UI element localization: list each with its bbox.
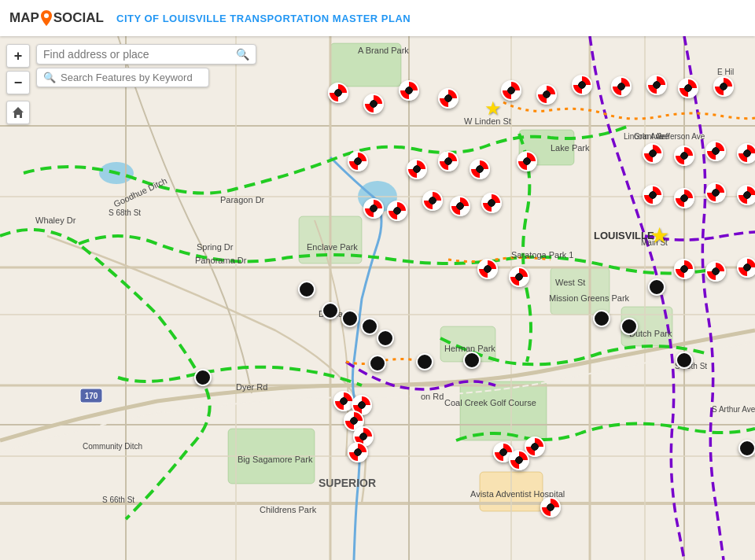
logo-map: MAP xyxy=(9,10,39,26)
marker-lifering-11[interactable] xyxy=(713,76,734,97)
marker-lifering-6[interactable] xyxy=(536,84,557,105)
marker-lifering-30[interactable] xyxy=(477,259,498,279)
page-title: CITY OF LOUISVILLE TRANSPORTATION MASTER… xyxy=(116,13,411,24)
marker-black-13[interactable] xyxy=(676,352,693,369)
marker-lifering-42[interactable] xyxy=(509,450,529,470)
marker-lifering-28[interactable] xyxy=(705,182,726,203)
marker-lifering-21[interactable] xyxy=(363,198,384,219)
marker-lifering-26[interactable] xyxy=(643,185,663,205)
logo: MAP SOCIAL xyxy=(9,10,104,26)
marker-lifering-2[interactable] xyxy=(363,94,384,114)
marker-black-4[interactable] xyxy=(341,310,359,327)
marker-lifering-7[interactable] xyxy=(572,75,592,95)
svg-text:170: 170 xyxy=(85,392,98,400)
keyword-search-input[interactable] xyxy=(61,72,202,83)
marker-black-11[interactable] xyxy=(621,318,638,335)
marker-lifering-23[interactable] xyxy=(422,190,443,211)
marker-black-8[interactable] xyxy=(416,353,433,370)
logo-social: SOCIAL xyxy=(53,10,104,26)
marker-lifering-14[interactable] xyxy=(438,151,459,171)
svg-rect-6 xyxy=(551,267,610,315)
map-container: 170 A Brand Park W Linden St Lake Park L… xyxy=(0,0,755,560)
header: MAP SOCIAL CITY OF LOUISVILLE TRANSPORTA… xyxy=(0,0,755,36)
marker-black-7[interactable] xyxy=(369,355,386,372)
marker-lifering-29[interactable] xyxy=(737,185,755,205)
marker-lifering-10[interactable] xyxy=(678,78,698,98)
marker-lifering-13[interactable] xyxy=(407,159,427,179)
svg-point-30 xyxy=(44,13,49,18)
marker-lifering-4[interactable] xyxy=(438,88,459,109)
marker-lifering-43[interactable] xyxy=(540,497,561,518)
marker-black-6[interactable] xyxy=(377,330,394,347)
marker-lifering-8[interactable] xyxy=(611,76,632,97)
marker-lifering-34[interactable] xyxy=(737,257,755,278)
marker-lifering-5[interactable] xyxy=(501,80,521,101)
marker-black-2[interactable] xyxy=(298,281,315,298)
search-input[interactable] xyxy=(43,48,236,61)
marker-lifering-1[interactable] xyxy=(328,83,348,103)
marker-lifering-27[interactable] xyxy=(674,188,694,208)
marker-lifering-16[interactable] xyxy=(517,151,537,171)
marker-lifering-32[interactable] xyxy=(674,259,694,279)
marker-black-12[interactable] xyxy=(648,278,665,296)
home-icon xyxy=(12,106,24,119)
marker-lifering-3[interactable] xyxy=(399,80,419,101)
search-box: 🔍 xyxy=(36,44,256,64)
marker-lifering-19[interactable] xyxy=(705,141,726,161)
marker-black-5[interactable] xyxy=(361,318,378,335)
marker-lifering-15[interactable] xyxy=(470,159,490,179)
marker-lifering-12[interactable] xyxy=(348,151,368,171)
keyword-search-icon: 🔍 xyxy=(43,72,56,83)
marker-black-3[interactable] xyxy=(322,302,339,319)
search-icon[interactable]: 🔍 xyxy=(236,48,249,61)
search-container: 🔍 🔍 xyxy=(36,44,256,87)
marker-black-14[interactable] xyxy=(738,440,755,457)
marker-lifering-24[interactable] xyxy=(450,196,470,216)
marker-lifering-33[interactable] xyxy=(705,261,726,282)
marker-lifering-22[interactable] xyxy=(387,201,407,221)
marker-lifering-18[interactable] xyxy=(674,146,694,166)
svg-rect-1 xyxy=(330,43,401,87)
map-controls: + − xyxy=(6,44,30,124)
marker-lifering-20[interactable] xyxy=(737,143,755,164)
logo-pin-icon xyxy=(40,10,53,26)
keyword-search-box: 🔍 xyxy=(36,68,209,87)
marker-star-1[interactable]: ★ xyxy=(484,99,502,118)
marker-lifering-17[interactable] xyxy=(643,143,663,164)
marker-lifering-31[interactable] xyxy=(509,267,529,287)
marker-lifering-39[interactable] xyxy=(348,442,368,462)
svg-rect-3 xyxy=(460,381,547,440)
home-button[interactable] xyxy=(6,101,30,124)
marker-black-9[interactable] xyxy=(463,352,481,369)
marker-lifering-9[interactable] xyxy=(646,75,667,95)
marker-lifering-25[interactable] xyxy=(481,193,502,213)
marker-star-2[interactable]: ★ xyxy=(650,225,669,247)
zoom-in-button[interactable]: + xyxy=(6,44,30,68)
marker-black-10[interactable] xyxy=(593,310,610,327)
marker-black-1[interactable] xyxy=(194,369,212,386)
zoom-out-button[interactable]: − xyxy=(6,71,30,94)
